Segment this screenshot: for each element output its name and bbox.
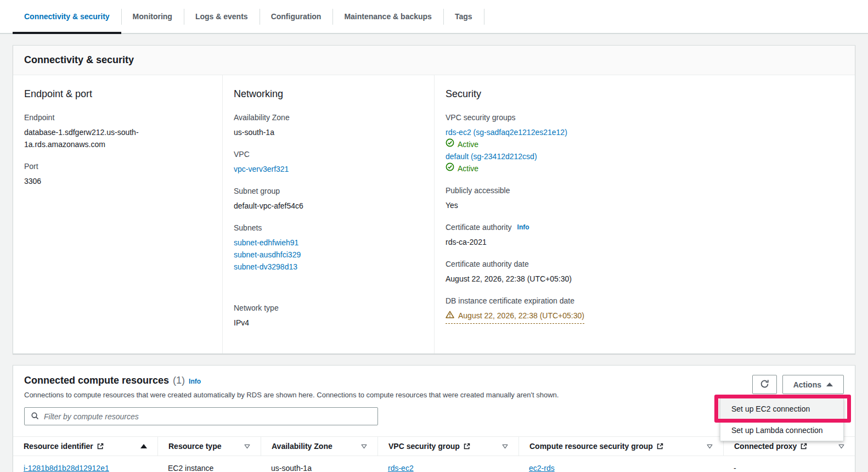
security-group-status: Active (446, 162, 844, 175)
resource-type-cell: EC2 instance (157, 456, 261, 472)
certificate-authority-label: Certificate authority (446, 222, 512, 233)
actions-dropdown-menu: Set up EC2 connection Set up Lambda conn… (720, 398, 844, 441)
networking-column: Networking Availability Zone us-south-1a… (222, 75, 434, 353)
security-group-link[interactable]: default (sg-23412d212csd) (446, 150, 844, 162)
subnet-link[interactable]: subnet-dv3298d13 (234, 261, 423, 273)
subnet-group-value: default-vpc-afef54c6 (234, 200, 423, 212)
compute-filter-input[interactable] (44, 412, 371, 421)
column-label: Resource identifier (24, 442, 93, 451)
column-vpc-security-group[interactable]: VPC security group (377, 437, 518, 456)
filter-icon[interactable] (361, 444, 367, 449)
tab-connectivity-security[interactable]: Connectivity & security (13, 0, 121, 33)
actions-button[interactable]: Actions (782, 375, 844, 394)
tab-tags[interactable]: Tags (443, 0, 484, 33)
connected-proxy-cell: - (723, 456, 855, 472)
status-text: Active (458, 162, 478, 175)
menu-item-label: Set up EC2 connection (731, 404, 810, 413)
column-label: VPC security group (388, 442, 460, 451)
tab-monitoring[interactable]: Monitoring (121, 0, 184, 33)
table-row: i-1281b8d1b28d12912e1 EC2 instance us-so… (13, 456, 855, 472)
menu-item-label: Set up Lambda connection (731, 426, 823, 435)
endpoint-label: Endpoint (24, 112, 211, 123)
subnets-label: Subnets (234, 222, 423, 233)
network-type-value: IPv4 (234, 317, 423, 329)
security-group-link[interactable]: rds-ec2 (sg-sadfaq2e1212es21e12) (446, 126, 844, 138)
external-link-icon (464, 443, 470, 449)
compute-title: Connected compute resources (24, 375, 169, 386)
menu-item-setup-ec2-connection[interactable]: Set up EC2 connection (720, 398, 843, 419)
check-circle-icon (446, 138, 454, 150)
filter-icon[interactable] (838, 444, 844, 449)
port-value: 3306 (24, 175, 211, 187)
check-circle-icon (446, 162, 454, 175)
compute-header-text: Connected compute resources (1) Info Con… (24, 375, 559, 399)
column-resource-type[interactable]: Resource type (157, 437, 261, 456)
filter-icon[interactable] (502, 444, 508, 449)
compute-resources-table: Resource identifier Resource type Availa… (13, 436, 855, 472)
availability-zone-value: us-south-1a (234, 126, 423, 138)
availability-zone-label: Availability Zone (234, 112, 423, 123)
panel-title: Connectivity & security (24, 54, 844, 66)
sort-ascending-icon[interactable] (140, 444, 147, 448)
column-compute-resource-security-group[interactable]: Compute resource security group (518, 437, 723, 456)
security-group-status: Active (446, 138, 844, 150)
column-resource-identifier[interactable]: Resource identifier (13, 437, 157, 456)
tab-configuration[interactable]: Configuration (260, 0, 333, 33)
compute-info-link[interactable]: Info (189, 378, 201, 385)
connected-compute-resources-panel: Connected compute resources (1) Info Con… (13, 365, 855, 472)
compute-resource-security-group-link[interactable]: ec2-rds (529, 464, 555, 472)
certificate-authority-info-link[interactable]: Info (517, 222, 529, 233)
filter-icon[interactable] (707, 444, 713, 449)
search-icon (31, 412, 39, 422)
chevron-up-icon (826, 383, 833, 386)
actions-button-label: Actions (793, 380, 821, 389)
refresh-button[interactable] (752, 375, 777, 394)
column-label: Compute resource security group (529, 442, 653, 451)
availability-zone-cell: us-south-1a (261, 456, 377, 472)
warning-triangle-icon (446, 310, 454, 322)
subnet-group-label: Subnet group (234, 186, 423, 196)
status-text: Active (458, 138, 478, 150)
external-link-icon (97, 443, 104, 449)
column-label: Availability Zone (272, 442, 332, 451)
tab-maintenance-backups[interactable]: Maintenance & backups (332, 0, 443, 33)
endpoint-port-column: Endpoint & port Endpoint database-1.sdfg… (13, 75, 222, 353)
security-title: Security (446, 88, 844, 100)
port-label: Port (24, 161, 211, 172)
networking-title: Networking (234, 88, 423, 100)
filter-icon[interactable] (244, 444, 250, 449)
compute-description: Connections to compute resources that we… (24, 391, 559, 399)
compute-filter-box (24, 407, 378, 425)
subnet-link[interactable]: subnet-edhfwieh91 (234, 237, 423, 249)
detail-tab-bar: Connectivity & security Monitoring Logs … (0, 0, 868, 34)
subnet-link[interactable]: subnet-ausdhfci329 (234, 249, 423, 261)
vpc-security-groups-label: VPC security groups (446, 112, 844, 123)
menu-item-setup-lambda-connection[interactable]: Set up Lambda connection (720, 419, 843, 441)
vpc-label: VPC (234, 149, 423, 160)
vpc-security-group-link[interactable]: rds-ec2 (388, 464, 414, 472)
security-column: Security VPC security groups rds-ec2 (sg… (434, 75, 855, 353)
network-type-label: Network type (234, 302, 423, 313)
publicly-accessible-label: Publicly accessible (446, 185, 844, 196)
compute-actions-area: Actions Set up EC2 connection Set up Lam… (752, 375, 844, 394)
connectivity-security-panel: Connectivity & security Endpoint & port … (13, 45, 855, 354)
endpoint-port-title: Endpoint & port (24, 88, 211, 100)
certificate-authority-date-value: August 22, 2026, 22:38 (UTC+05:30) (446, 273, 844, 285)
compute-count: (1) (173, 375, 185, 386)
external-link-icon (801, 443, 807, 449)
certificate-expiration-warning[interactable]: August 22, 2026, 22:38 (UTC+05:30) (446, 310, 584, 324)
column-label: Connected proxy (734, 442, 797, 451)
tab-logs-events[interactable]: Logs & events (184, 0, 260, 33)
column-availability-zone[interactable]: Availability Zone (261, 437, 377, 456)
panel-header: Connectivity & security (13, 46, 855, 75)
certificate-authority-value: rds-ca-2021 (446, 236, 844, 248)
external-link-icon (657, 443, 663, 449)
vpc-link[interactable]: vpc-verv3erf321 (234, 163, 423, 175)
column-label: Resource type (168, 442, 221, 451)
endpoint-value: database-1.sdfgerw212.us-south-1a.rds.am… (24, 126, 149, 150)
certificate-expiration-label: DB instance certificate expiration date (446, 295, 844, 306)
refresh-icon (760, 379, 769, 390)
publicly-accessible-value: Yes (446, 199, 844, 211)
certificate-expiration-value: August 22, 2026, 22:38 (UTC+05:30) (458, 310, 584, 322)
resource-identifier-link[interactable]: i-1281b8d1b28d12912e1 (24, 464, 109, 472)
